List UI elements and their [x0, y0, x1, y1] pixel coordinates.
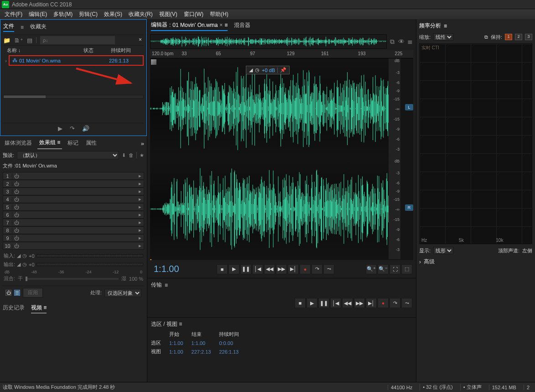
frequency-spectrum-display[interactable]: 实时 CTI Hz 5k 10k: [419, 43, 532, 244]
hud-clock-icon[interactable]: ◷: [255, 67, 260, 73]
menu-effects[interactable]: 效果(S): [101, 10, 125, 19]
fx-slot[interactable]: 10⏻▸: [3, 242, 144, 250]
chevron-right-icon[interactable]: ›: [419, 259, 421, 265]
tp-prev-button[interactable]: │◀: [330, 298, 341, 308]
gain-hud[interactable]: ◢ ◷ +0 dB 📌: [246, 66, 290, 74]
fx-slot[interactable]: 8⏻▸: [3, 226, 144, 234]
output-value[interactable]: +0: [29, 262, 35, 267]
menu-cut[interactable]: 剪辑(C): [76, 10, 100, 19]
zoom-in-icon[interactable]: 🔍⁺: [366, 264, 377, 274]
time-ruler[interactable]: 120.0 bpm 33 65 97 129 161 193 225: [150, 50, 413, 58]
stop-button[interactable]: ■: [217, 264, 228, 274]
hud-db-value[interactable]: +0 dB: [262, 68, 275, 73]
files-horizontal-scrollbar[interactable]: [3, 95, 144, 99]
sel-dur[interactable]: 0:0.00: [219, 339, 247, 347]
preset-dropdown[interactable]: （默认）: [17, 151, 119, 159]
fx-slot[interactable]: 5⏻▸: [3, 203, 144, 211]
tp-loop-button[interactable]: ↷: [390, 298, 400, 308]
spectral-view-icon[interactable]: ≣: [407, 37, 413, 46]
hud-pin-icon[interactable]: 📌: [280, 67, 286, 73]
new-file-icon[interactable]: 🗎⁺: [14, 37, 23, 44]
tab-fx-group[interactable]: 效果组 ≡: [37, 138, 62, 149]
input-value[interactable]: +0: [29, 253, 35, 259]
timecode-display[interactable]: 1:1.00: [151, 264, 215, 274]
tp-record-button[interactable]: ●: [378, 298, 389, 308]
view-end[interactable]: 227:2.13: [192, 347, 219, 356]
col-duration[interactable]: 持续时间: [111, 47, 143, 54]
menu-help[interactable]: 帮助(H): [207, 10, 231, 19]
hamburger-icon[interactable]: ≡: [21, 24, 24, 31]
play-button[interactable]: ▶: [229, 264, 239, 274]
save-preset-icon[interactable]: ⬇: [122, 152, 126, 158]
close-icon[interactable]: ×: [219, 22, 223, 28]
hamburger-icon[interactable]: ≡: [444, 23, 447, 29]
next-button[interactable]: ▶│: [288, 264, 299, 274]
speaker-icon[interactable]: 🔊: [82, 125, 89, 132]
mix-slider[interactable]: [26, 278, 119, 280]
link-icon[interactable]: ⧉: [484, 34, 488, 40]
hold-1-button[interactable]: 1: [505, 34, 512, 40]
menu-view[interactable]: 视图(V): [156, 10, 180, 19]
pause-button[interactable]: ❚❚: [240, 264, 251, 274]
menu-edit[interactable]: 编辑(E): [26, 10, 50, 19]
view-mode-icon[interactable]: 👁: [398, 37, 405, 46]
record-button[interactable]: ●: [300, 264, 311, 274]
fx-slot[interactable]: 1⏻▸: [3, 172, 144, 180]
tab-history[interactable]: 历史记录: [3, 304, 25, 314]
zoom-dropdown[interactable]: 线性: [433, 33, 453, 41]
hold-3-button[interactable]: 3: [525, 34, 532, 40]
tp-pause-button[interactable]: ❚❚: [318, 298, 329, 308]
hamburger-icon[interactable]: ≡: [165, 282, 168, 288]
expand-chevron-icon[interactable]: ›: [3, 58, 9, 63]
view-start[interactable]: 1:1.00: [169, 347, 192, 356]
fx-slot[interactable]: 6⏻▸: [3, 211, 144, 219]
process-dropdown[interactable]: 仅选区对象: [104, 289, 141, 297]
tp-skip-button[interactable]: ⤳: [401, 298, 412, 308]
advanced-label[interactable]: 高级: [424, 258, 435, 266]
fx-slot[interactable]: 3⏻▸: [3, 188, 144, 195]
fx-slot[interactable]: 4⏻▸: [3, 195, 144, 203]
tab-media-browser[interactable]: 媒体浏览器: [3, 138, 34, 149]
channel-badge-left[interactable]: L: [405, 104, 413, 110]
multitrack-icon[interactable]: ▤: [27, 37, 32, 44]
display-dropdown[interactable]: 线形: [433, 247, 453, 254]
tp-next-button[interactable]: ▶│: [366, 298, 377, 308]
fx-slot[interactable]: 2⏻▸: [3, 180, 144, 188]
top-channel-value[interactable]: 左侧: [522, 247, 532, 254]
waveform-channel-right[interactable]: dB -3 -6 -9 -15 -∞ -15 -9 -6 -3 R: [150, 159, 400, 259]
fx-list-toggle[interactable]: ☰: [14, 290, 20, 296]
corner-handle-icon[interactable]: [151, 59, 156, 65]
fx-slot[interactable]: 7⏻▸: [3, 219, 144, 226]
loop-button[interactable]: ↷: [312, 264, 322, 274]
view-dur[interactable]: 226:1.13: [219, 347, 247, 356]
hold-2-button[interactable]: 2: [515, 34, 522, 40]
expand-icon[interactable]: »: [141, 140, 144, 147]
sel-end[interactable]: 1:1.00: [192, 339, 219, 347]
tab-mixer[interactable]: 混音器: [234, 21, 250, 31]
prev-button[interactable]: │◀: [252, 264, 263, 274]
col-name[interactable]: 名称 ↓: [4, 47, 83, 54]
play-icon[interactable]: ▶: [58, 125, 62, 132]
import-icon[interactable]: ↷: [70, 125, 75, 132]
channel-badge-right[interactable]: R: [405, 204, 413, 211]
apply-button[interactable]: 应用: [23, 288, 43, 298]
forward-button[interactable]: ▶▶: [276, 264, 287, 274]
zoom-sel-icon[interactable]: ⬚: [401, 264, 412, 274]
menu-file[interactable]: 文件(F): [2, 10, 25, 19]
input-knob-icon[interactable]: ◷: [22, 253, 27, 259]
menu-window[interactable]: 窗口(W): [181, 10, 206, 19]
open-file-icon[interactable]: 📁: [3, 37, 10, 44]
overview-waveform[interactable]: [150, 34, 387, 49]
sel-start[interactable]: 1:1.00: [169, 339, 192, 347]
menu-favorites[interactable]: 收藏夹(R): [126, 10, 156, 19]
tab-marker[interactable]: 标记: [66, 138, 80, 149]
tab-editor[interactable]: 编辑器 : 01 Movin' On.wma× ≡: [151, 21, 228, 31]
col-state[interactable]: 状态: [83, 47, 111, 54]
tab-favorites[interactable]: 收藏夹: [30, 23, 47, 31]
tab-files[interactable]: 文件: [3, 22, 14, 32]
favorite-star-icon[interactable]: ★: [140, 152, 144, 158]
fx-slot[interactable]: 9⏻▸: [3, 234, 144, 242]
tp-rewind-button[interactable]: ◀◀: [342, 298, 353, 308]
rewind-button[interactable]: ◀◀: [264, 264, 275, 274]
files-search-input[interactable]: [40, 36, 115, 44]
